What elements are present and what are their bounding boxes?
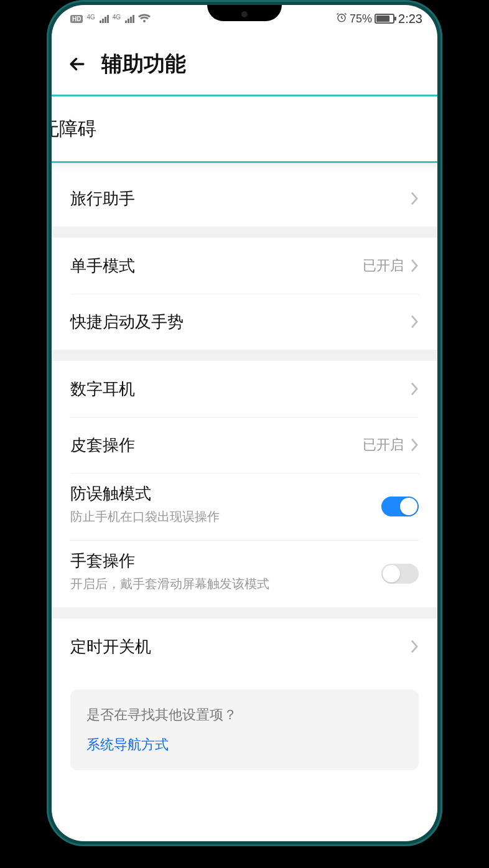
toggle-glove[interactable] (381, 564, 419, 584)
row-value: 已开启 (363, 436, 404, 454)
chevron-right-icon (410, 639, 419, 654)
battery-icon (375, 14, 394, 24)
row-label: 数字耳机 (70, 378, 135, 400)
row-accessibility-highlight[interactable]: 无障碍 (52, 95, 437, 163)
row-label: 快捷启动及手势 (70, 311, 184, 333)
signal-icon (100, 14, 109, 23)
wifi-icon (138, 14, 151, 24)
row-label: 皮套操作 (70, 434, 135, 456)
signal-icon-2 (125, 14, 134, 23)
network-label-1: 4G (86, 14, 95, 21)
toggle-mistouch[interactable] (381, 497, 419, 516)
row-subtitle: 开启后，戴手套滑动屏幕触发该模式 (70, 576, 269, 592)
chevron-right-icon (410, 314, 419, 329)
row-label: 无障碍 (52, 116, 96, 142)
search-question: 是否在寻找其他设置项？ (86, 706, 403, 724)
section-divider (52, 226, 437, 238)
chevron-right-icon (410, 258, 419, 273)
status-right: 75% 2:23 (336, 12, 422, 26)
status-left: HD 4G 4G (70, 14, 151, 24)
row-label: 手套操作 (70, 550, 269, 572)
row-one-hand-mode[interactable]: 单手模式 已开启 (52, 238, 437, 294)
row-value: 已开启 (363, 256, 404, 275)
phone-frame: HD 4G 4G 75% 2:23 辅助功能 (47, 0, 442, 846)
row-shortcuts-gestures[interactable]: 快捷启动及手势 (52, 294, 437, 350)
row-cover-operation[interactable]: 皮套操作 已开启 (52, 417, 437, 473)
row-glove-mode[interactable]: 手套操作 开启后，戴手套滑动屏幕触发该模式 (52, 540, 437, 607)
page-title: 辅助功能 (101, 50, 186, 78)
chevron-right-icon (410, 437, 419, 452)
header: 辅助功能 (52, 32, 437, 98)
row-scheduled-power[interactable]: 定时开关机 (52, 618, 437, 674)
row-label: 定时开关机 (70, 636, 151, 658)
row-label: 防误触模式 (70, 483, 220, 505)
battery-text: 75% (350, 12, 372, 26)
row-label: 单手模式 (70, 255, 135, 277)
clock-text: 2:23 (398, 12, 422, 26)
row-subtitle: 防止手机在口袋出现误操作 (70, 508, 220, 525)
back-button[interactable] (67, 54, 88, 75)
row-digital-earphone[interactable]: 数字耳机 (52, 361, 437, 417)
section-divider (52, 350, 437, 361)
screen: HD 4G 4G 75% 2:23 辅助功能 (52, 5, 437, 841)
chevron-right-icon (410, 381, 419, 396)
network-label-2: 4G (113, 14, 121, 21)
search-link-system-navigation[interactable]: 系统导航方式 (86, 735, 403, 754)
chevron-right-icon (410, 191, 419, 206)
search-other-card: 是否在寻找其他设置项？ 系统导航方式 (70, 689, 419, 770)
section-divider (52, 607, 437, 618)
notch (207, 5, 282, 21)
row-label: 旅行助手 (70, 188, 135, 210)
row-travel-assistant[interactable]: 旅行助手 (52, 170, 437, 226)
row-mistouch-prevention[interactable]: 防误触模式 防止手机在口袋出现误操作 (52, 473, 437, 540)
hd-badge-icon: HD (70, 15, 83, 23)
settings-list: 无障碍 旅行助手 单手模式 已开启 快捷启动及手势 (52, 98, 437, 770)
alarm-icon (336, 12, 347, 26)
